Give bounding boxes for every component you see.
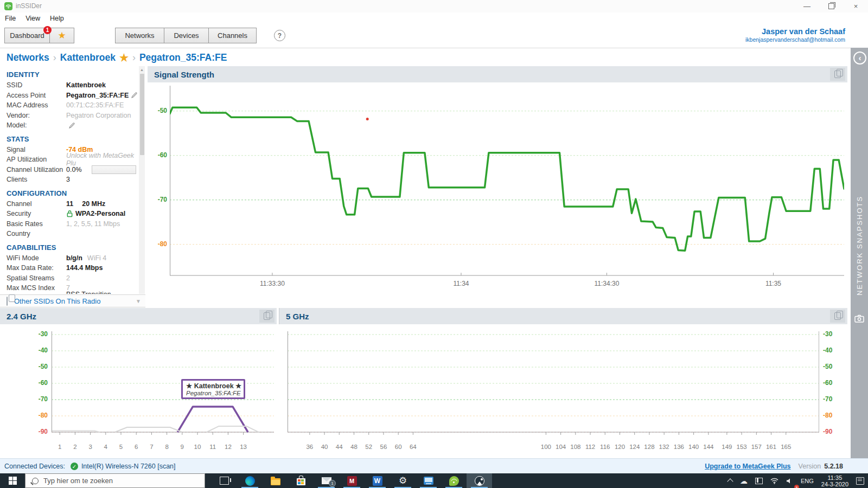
signal-strength-title: Signal Strength [154,70,214,79]
mute-x-icon: × [794,485,799,488]
volume-muted-tray-icon[interactable]: × [782,473,797,488]
photos-button[interactable] [467,473,492,488]
menu-bar: File View Help [0,12,868,24]
help-icon[interactable]: ? [274,30,285,41]
version-label: Version [799,463,821,470]
connected-device-name[interactable]: Intel(R) Wireless-N 7260 [scan] [81,463,176,470]
media-app-button[interactable] [416,473,441,488]
network-label-title: ★ Kattenbroek ★ [186,382,240,390]
app-window-tray-icon[interactable] [751,473,767,488]
upgrade-link[interactable]: Upgrade to MetaGeek Plus [705,463,790,470]
detail-value: 0.0% [66,165,136,174]
breadcrumb-network[interactable]: Kattenbroek [60,52,116,63]
band-5ghz-title: 5 GHz [286,312,309,321]
axis-tick-label: -90 [33,428,48,435]
favorite-star-icon[interactable]: ★ [119,52,129,64]
user-email: ikbenjaspervanderschaaf@hotmail.com [745,36,845,43]
detail-value: 3 [66,176,70,183]
pencil-icon[interactable] [68,122,75,129]
tab-devices[interactable]: Devices [164,28,209,43]
detail-scrollbar[interactable]: ▲ [139,66,145,294]
word-icon: W [373,476,382,486]
axis-tick-label: -50 [823,363,838,370]
restore-button[interactable] [819,0,844,12]
axis-tick-label: -50 [33,363,48,370]
favorites-star-button[interactable]: ★ [49,28,74,43]
detail-label: Channel [7,200,66,208]
tab-networks[interactable]: Networks [115,28,164,43]
axis-tick-label: -40 [823,346,838,354]
user-account[interactable]: Jasper van der Schaaf ikbenjaspervanders… [745,27,845,43]
copy-icon [264,312,270,320]
scrollbar-thumb[interactable] [140,74,144,155]
language-indicator[interactable]: ENG [797,473,818,488]
minimize-button[interactable]: — [795,0,819,12]
mendeley-button[interactable]: M [339,473,365,488]
store-button[interactable] [288,473,314,488]
collapse-chevron-icon[interactable]: ‹ [853,52,866,65]
axis-tick-label: -60 [152,151,167,159]
word-button[interactable]: W [365,473,390,488]
section-title: STATS [7,135,139,143]
tab-channels[interactable]: Channels [208,28,257,43]
connected-devices-label: Connected Devices: [4,463,65,470]
band-24ghz-header: 2.4 GHz [0,308,277,324]
wifi-tray-icon[interactable] [767,473,782,488]
other-ssids-bar[interactable]: Other SSIDs On This Radio ▼ [0,294,145,307]
chevron-right-icon: › [132,52,136,63]
menu-file[interactable]: File [0,15,21,22]
action-center-button[interactable] [852,473,868,488]
detail-row: Access PointPegatron_35:FA:FE [7,91,139,101]
copy-chart-button[interactable] [259,310,275,323]
expand-triangle-icon[interactable]: ▼ [136,298,141,304]
detail-row: Model: [7,120,139,131]
clock[interactable]: 11:35 24-3-2020 [818,473,852,488]
close-button[interactable]: × [844,0,868,12]
gear-icon: ⚙ [399,476,407,485]
detail-row: Max Data Rate:144.4 Mbps [7,263,139,273]
settings-button[interactable]: ⚙ [390,473,416,488]
task-view-button[interactable] [212,473,237,488]
inssider-taskbar-button[interactable] [441,473,467,488]
detail-label: Country [7,230,66,237]
axis-tick-label: -80 [823,412,838,419]
axis-tick-label: -70 [33,395,48,403]
copy-icon[interactable] [7,297,8,305]
camera-snapshot-icon[interactable] [854,314,864,325]
axis-tick-label: -30 [33,330,48,338]
detail-label: AP Utilization [7,156,66,163]
start-button[interactable] [0,473,25,488]
detail-value: 1, 2, 5,5, 11 Mbps [66,220,120,228]
store-bag-icon [297,478,305,485]
tray-expand-button[interactable] [724,473,736,488]
notification-icon [856,477,864,485]
scroll-up-icon[interactable]: ▲ [139,66,145,73]
version-value: 5.2.18 [824,463,843,470]
file-explorer-button[interactable] [263,473,288,488]
breadcrumb-networks[interactable]: Networks [7,52,49,63]
detail-value: b/g/nWiFi 4 [66,254,106,262]
edge-button[interactable] [237,473,263,488]
breadcrumb-ap[interactable]: Pegatron_35:FA:FE [139,52,227,63]
section-title: CAPABILITIES [7,243,139,252]
detail-row: SSIDKattenbroek [7,80,139,91]
menu-help[interactable]: Help [45,15,69,22]
taskbar-search-input[interactable]: Typ hier om te zoeken [25,473,205,488]
pencil-icon[interactable] [131,92,138,99]
mendeley-icon: M [347,476,357,486]
windows-logo-icon [9,477,17,485]
copy-chart-button[interactable] [830,310,845,323]
status-bar: Connected Devices: ✓ Intel(R) Wireless-N… [0,458,868,474]
copy-chart-button[interactable] [830,68,845,81]
axis-tick-label: -80 [33,412,48,419]
onedrive-tray-icon[interactable]: ☁ [736,473,751,488]
detail-row: Channel1120 MHz [7,199,139,209]
network-label-kattenbroek[interactable]: ★ Kattenbroek ★ Pegatron_35:FA:FE [181,379,245,399]
detail-row: Clients3 [7,175,139,185]
axis-tick-label: -80 [152,240,167,248]
axis-tick-label: 64 [404,444,422,450]
window-title: inSSIDer [16,2,42,10]
mail-button[interactable]: 1 [314,473,339,488]
menu-view[interactable]: View [21,15,45,22]
detail-label: SSID [7,81,66,89]
